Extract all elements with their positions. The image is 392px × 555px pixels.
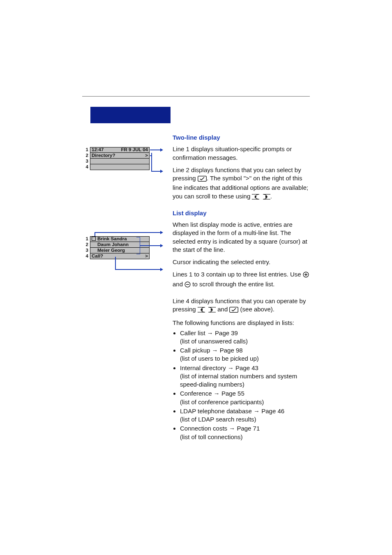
right-key-icon <box>262 193 270 202</box>
page-ref: Page 39 <box>215 329 238 336</box>
left-key-icon <box>252 193 260 202</box>
callout-arrow <box>150 150 160 150</box>
func-label: Internal directory <box>180 364 226 371</box>
check-key-icon <box>229 306 238 315</box>
lcd-function: Call? <box>92 253 103 260</box>
paragraph: Cursor indicating the selected entry. <box>173 258 310 266</box>
callout-arrow <box>151 171 160 172</box>
arrow-head-icon <box>160 170 163 173</box>
subhead-list-display: List display <box>173 209 310 217</box>
text-run: and <box>173 281 184 288</box>
arrow-right-icon: → <box>212 347 218 354</box>
paragraph: Line 1 displays situation-specific promp… <box>173 145 310 162</box>
page-ref: Page 71 <box>237 425 260 432</box>
arrow-right-icon: → <box>229 425 235 432</box>
blue-bar <box>90 107 171 123</box>
text-run: Lines 1 to 3 contain up to three list en… <box>173 271 303 278</box>
left-column: 1 12:47 FR 9 JUL 04 2 Directory? > 3 <box>82 107 160 473</box>
svg-rect-0 <box>198 176 207 182</box>
page-ref: Page 98 <box>220 347 243 354</box>
svg-rect-3 <box>230 307 238 313</box>
header-rule <box>82 96 310 97</box>
paragraph: Line 4 displays functions that you can o… <box>173 297 310 315</box>
check-key-icon <box>198 175 207 184</box>
text-run: (see above). <box>238 306 274 313</box>
page-ref: Page 46 <box>261 408 284 415</box>
lcd-row-2: Directory? > <box>90 153 150 159</box>
func-desc: (list of LDAP search results) <box>180 416 256 423</box>
list-item: Internal directory → Page 43 (list of in… <box>180 364 310 389</box>
func-desc: (list of users to be picked up) <box>180 355 259 362</box>
list-item: Call pickup → Page 98 (list of users to … <box>180 346 310 363</box>
callout-arrow <box>140 245 160 246</box>
body-text: Two-line display Line 1 displays situati… <box>160 107 310 473</box>
lcd-figure-two-line: 1 12:47 FR 9 JUL 04 2 Directory? > 3 <box>82 147 150 170</box>
lcd-figure-list: 1 Brink Sandra 2 Daum Johann 3 Meier Geo… <box>82 236 150 259</box>
arrow-right-icon: → <box>214 390 220 397</box>
func-label: LDAP telephone database <box>180 408 252 415</box>
lcd-date: FR 9 JUL 04 <box>121 147 148 153</box>
func-label: Caller list <box>180 329 205 336</box>
list-entry-text: Brink Sandra <box>97 236 127 241</box>
list-item: Caller list → Page 39 (list of unanswere… <box>180 329 310 346</box>
function-list: Caller list → Page 39 (list of unanswere… <box>173 329 310 441</box>
lcd-function: Directory? <box>92 152 115 159</box>
lcd-more-indicator: > <box>145 152 148 159</box>
func-desc: (list of internal station numbers and sy… <box>180 373 297 388</box>
subhead-two-line: Two-line display <box>173 134 310 142</box>
right-key-icon <box>208 306 216 315</box>
list-item: LDAP telephone database → Page 46 (list … <box>180 407 310 424</box>
line-number: 4 <box>82 253 90 260</box>
lcd-row-4 <box>90 164 150 170</box>
callout-tick <box>150 155 152 156</box>
text-run: and <box>216 306 229 313</box>
paragraph: When list display mode is active, entrie… <box>173 221 310 254</box>
page-ref: Page 55 <box>221 390 244 397</box>
lcd-row-4: Call? > <box>90 253 150 259</box>
callout-arrow <box>115 269 160 270</box>
paragraph: Line 2 displays functions that you can s… <box>173 166 310 202</box>
list-item: Connection costs → Page 71 (list of toll… <box>180 424 310 441</box>
arrow-head-icon <box>160 268 163 271</box>
minus-key-icon <box>184 281 191 290</box>
line-number: 4 <box>82 164 90 170</box>
arrow-head-icon <box>160 148 163 152</box>
left-key-icon <box>198 306 206 315</box>
arrow-head-icon <box>160 244 163 247</box>
func-label: Call pickup <box>180 347 210 354</box>
arrow-right-icon: → <box>228 364 234 371</box>
text-run: . <box>270 193 272 200</box>
lcd-more-indicator: > <box>145 253 148 260</box>
func-label: Conference <box>180 390 212 397</box>
page-ref: Page 43 <box>235 364 258 371</box>
func-desc: (list of toll connections) <box>180 433 243 440</box>
list-item: Conference → Page 55 (list of conference… <box>180 389 310 406</box>
lcd-row-3 <box>90 159 150 164</box>
plus-key-icon <box>303 272 309 280</box>
arrow-head-icon <box>160 231 163 234</box>
func-label: Connection costs <box>180 425 227 432</box>
callout-arrow <box>95 232 160 233</box>
cursor-square-icon <box>92 237 96 241</box>
arrow-right-icon: → <box>207 329 213 336</box>
paragraph: Lines 1 to 3 contain up to three list en… <box>173 270 310 290</box>
callout-line <box>115 257 116 269</box>
func-desc: (list of conference participants) <box>180 398 264 405</box>
func-desc: (list of unanswered calls) <box>180 338 248 345</box>
text-run: to scroll through the entire list. <box>191 281 274 288</box>
paragraph: The following functions are displayed in… <box>173 319 310 327</box>
arrow-right-icon: → <box>254 408 260 415</box>
